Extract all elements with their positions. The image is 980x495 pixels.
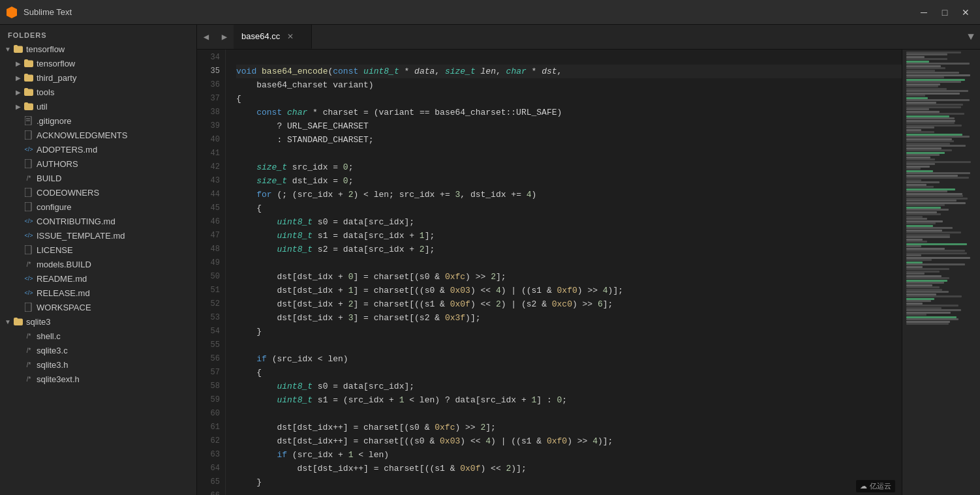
- tab-close-button[interactable]: ✕: [285, 31, 296, 42]
- tab-nav-right[interactable]: ▶: [215, 25, 234, 49]
- sidebar-item-license[interactable]: ▶ LICENSE: [0, 243, 196, 257]
- sidebar-item-codeowners[interactable]: ▶ CODEOWNERS: [0, 185, 196, 200]
- sidebar-item-adopters[interactable]: ▶ </> ADOPTERS.md: [0, 142, 196, 157]
- sidebar-item-authors[interactable]: ▶ AUTHORS: [0, 157, 196, 171]
- sidebar-item-configure[interactable]: ▶ configure: [0, 200, 196, 214]
- sidebar-item-label: BUILD: [37, 173, 61, 183]
- code-line-40: : STANDARD_CHARSET;: [236, 133, 902, 147]
- main-layout: FOLDERS ▼ tensorflow ▶ tensorflow ▶ thir…: [0, 25, 980, 495]
- svg-marker-0: [7, 7, 17, 18]
- sidebar-item-label: util: [37, 102, 48, 112]
- sidebar-item-label: shell.c: [37, 331, 61, 341]
- sidebar-item-sqlite3ext-h[interactable]: ▶ /* sqlite3ext.h: [0, 372, 196, 386]
- sidebar-item-label: README.md: [37, 274, 87, 284]
- code-line-35: void base64_encode(const uint8_t * data,…: [236, 65, 902, 78]
- line-num-34: 34: [205, 51, 220, 65]
- file-code-icon: </>: [23, 144, 34, 155]
- tab-base64[interactable]: base64.cc ✕: [234, 25, 312, 49]
- code-line-50: dst[dst_idx + 0] = charset[(s0 & 0xfc) >…: [236, 270, 902, 284]
- code-line-45: {: [236, 202, 902, 215]
- sidebar-item-workspace[interactable]: ▶ WORKSPACE: [0, 300, 196, 314]
- code-line-42: size_t src_idx = 0;: [236, 160, 902, 174]
- sidebar-item-acknowledgments[interactable]: ▶ ACKNOWLEDGMENTS: [0, 128, 196, 142]
- sidebar-item-gitignore[interactable]: ▶ .gitignore: [0, 113, 196, 128]
- sidebar-item-label: tools: [37, 87, 54, 97]
- arrow-icon: ▼: [3, 44, 13, 54]
- tab-label: base64.cc: [241, 31, 280, 41]
- tab-nav-left[interactable]: ◀: [197, 25, 215, 49]
- svg-rect-4: [25, 130, 31, 140]
- sidebar-item-label: models.BUILD: [37, 260, 91, 269]
- app-icon: [5, 6, 18, 19]
- line-num-41: 41: [205, 147, 220, 160]
- sidebar-item-readme[interactable]: ▶ </> README.md: [0, 271, 196, 286]
- minimize-button[interactable]: ─: [915, 6, 933, 19]
- sidebar-item-sqlite3-root[interactable]: ▼ sqlite3: [0, 314, 196, 329]
- sidebar-item-contributing[interactable]: ▶ </> CONTRIBUTING.md: [0, 214, 196, 228]
- code-line-37: {: [236, 92, 902, 106]
- code-line-49: [236, 256, 902, 270]
- code-line-46: uint8_t s0 = data[src_idx];: [236, 215, 902, 229]
- line-num-66: 66: [205, 489, 220, 495]
- sidebar-item-build[interactable]: ▶ /* BUILD: [0, 171, 196, 185]
- close-button[interactable]: ✕: [957, 6, 975, 19]
- watermark-icon: ☁: [860, 482, 867, 490]
- code-line-52: dst[dst_idx + 2] = charset[((s1 & 0x0f) …: [236, 297, 902, 311]
- line-num-48: 48: [205, 243, 220, 256]
- line-num-38: 38: [205, 106, 220, 119]
- sidebar-item-models-build[interactable]: ▶ /* models.BUILD: [0, 257, 196, 271]
- code-line-55: [236, 338, 902, 352]
- sidebar-item-tools[interactable]: ▶ tools: [0, 85, 196, 99]
- sidebar-item-util[interactable]: ▶ util: [0, 99, 196, 113]
- sidebar-item-label: sqlite3.h: [37, 360, 68, 370]
- sidebar-item-release[interactable]: ▶ </> RELEASE.md: [0, 286, 196, 300]
- sidebar-item-label: WORKSPACE: [37, 303, 91, 312]
- line-num-58: 58: [205, 380, 220, 393]
- sidebar-item-label: ADOPTERS.md: [37, 145, 97, 155]
- code-content[interactable]: void base64_encode(const uint8_t * data,…: [226, 50, 902, 495]
- line-num-61: 61: [205, 421, 220, 434]
- sidebar: FOLDERS ▼ tensorflow ▶ tensorflow ▶ thir…: [0, 25, 197, 495]
- code-line-61: dst[dst_idx++] = charset[(s0 & 0xfc) >> …: [236, 421, 902, 434]
- code-line-54: }: [236, 325, 902, 338]
- svg-rect-9: [25, 303, 31, 312]
- code-line-34: [236, 51, 902, 65]
- line-num-53: 53: [205, 311, 220, 325]
- code-line-62: dst[dst_idx++] = charset[((s0 & 0x03) <<…: [236, 434, 902, 448]
- code-line-64: dst[dst_idx++] = charset[((s1 & 0x0f) <<…: [236, 462, 902, 475]
- sidebar-item-tensorflow[interactable]: ▶ tensorflow: [0, 56, 196, 70]
- sidebar-item-label: tensorflow: [37, 59, 75, 68]
- app-title: Sublime Text: [23, 7, 915, 17]
- code-line-58: uint8_t s0 = data[src_idx];: [236, 380, 902, 393]
- line-num-64: 64: [205, 462, 220, 475]
- sidebar-item-tensorflow-root[interactable]: ▼ tensorflow: [0, 42, 196, 56]
- svg-rect-8: [25, 245, 31, 254]
- tab-overflow-button[interactable]: ▼: [962, 25, 980, 49]
- folder-icon: [23, 58, 34, 68]
- sidebar-item-issue-template[interactable]: ▶ </> ISSUE_TEMPLATE.md: [0, 228, 196, 243]
- minimap[interactable]: (function() { const mm = document.getEle…: [902, 50, 980, 495]
- file-icon: [23, 187, 34, 198]
- line-num-63: 63: [205, 448, 220, 462]
- titlebar: Sublime Text ─ □ ✕: [0, 0, 980, 25]
- code-line-47: uint8_t s1 = data[src_idx + 1];: [236, 229, 902, 243]
- sidebar-item-sqlite3-h[interactable]: ▶ /* sqlite3.h: [0, 357, 196, 372]
- code-line-41: [236, 147, 902, 160]
- code-line-57: {: [236, 366, 902, 380]
- line-num-65: 65: [205, 475, 220, 489]
- code-line-44: for (; (src_idx + 2) < len; src_idx += 3…: [236, 188, 902, 202]
- line-num-44: 44: [205, 188, 220, 202]
- code-line-36: base64_charset variant): [236, 78, 902, 92]
- maximize-button[interactable]: □: [936, 6, 954, 19]
- sidebar-item-shell-c[interactable]: ▶ /* shell.c: [0, 329, 196, 343]
- watermark-text: 亿运云: [870, 481, 891, 491]
- sidebar-item-label: third_party: [37, 73, 76, 83]
- line-num-57: 57: [205, 366, 220, 380]
- arrow-icon: ▶: [13, 72, 23, 83]
- line-num-39: 39: [205, 119, 220, 133]
- sidebar-header: FOLDERS: [0, 27, 196, 42]
- file-code-icon: </>: [23, 216, 34, 226]
- sidebar-item-sqlite3-c[interactable]: ▶ /* sqlite3.c: [0, 343, 196, 357]
- sidebar-item-third-party[interactable]: ▶ third_party: [0, 70, 196, 85]
- code-line-66: [236, 489, 902, 495]
